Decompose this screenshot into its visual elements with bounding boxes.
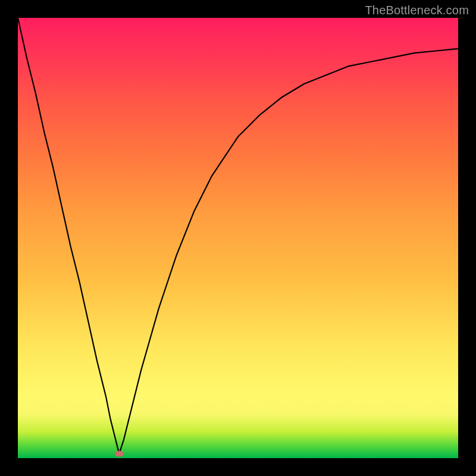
min-marker xyxy=(115,451,123,456)
plot-area xyxy=(18,18,458,458)
bottleneck-curve xyxy=(18,18,458,454)
watermark-text: TheBottleneck.com xyxy=(365,4,469,17)
curve-svg xyxy=(18,18,458,458)
chart-frame: TheBottleneck.com xyxy=(0,0,476,476)
